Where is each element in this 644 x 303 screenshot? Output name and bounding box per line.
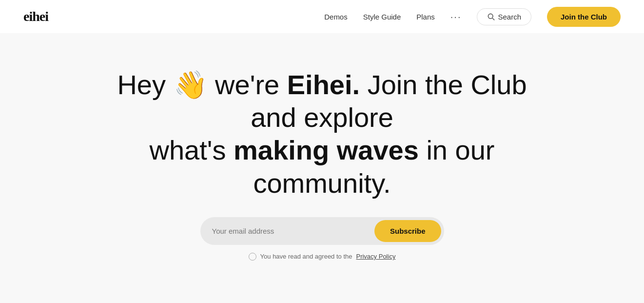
- nav-item-more[interactable]: ···: [450, 11, 462, 22]
- svg-point-0: [488, 14, 493, 19]
- nav-item-demos[interactable]: Demos: [324, 13, 348, 21]
- email-input[interactable]: [212, 227, 374, 235]
- privacy-text: You have read and agreed to the: [260, 253, 352, 260]
- main-nav: Demos Style Guide Plans ··· Search Join …: [324, 7, 621, 27]
- svg-line-1: [493, 18, 495, 20]
- privacy-policy-link[interactable]: Privacy Policy: [356, 253, 395, 260]
- search-button[interactable]: Search: [477, 8, 531, 25]
- logo[interactable]: eihei: [23, 9, 48, 24]
- making-waves-text: making waves: [234, 135, 419, 165]
- header: eihei Demos Style Guide Plans ··· Search…: [0, 0, 644, 33]
- subscribe-form: Subscribe: [200, 217, 444, 245]
- join-club-button[interactable]: Join the Club: [547, 7, 621, 27]
- main-content: Hey 👋 we're Eihei. Join the Club and exp…: [0, 33, 644, 303]
- hero-section: Hey 👋 we're Eihei. Join the Club and exp…: [0, 33, 644, 284]
- hero-text-1: Hey: [117, 69, 173, 100]
- search-label: Search: [498, 13, 521, 21]
- subscribe-button[interactable]: Subscribe: [374, 220, 441, 242]
- brand-name: Eihei.: [287, 69, 360, 100]
- nav-item-style-guide[interactable]: Style Guide: [363, 13, 401, 21]
- search-icon: [487, 13, 495, 20]
- privacy-checkbox[interactable]: [249, 253, 256, 261]
- nav-item-plans[interactable]: Plans: [416, 13, 435, 21]
- privacy-line: You have read and agreed to the Privacy …: [20, 253, 624, 261]
- hero-heading: Hey 👋 we're Eihei. Join the Club and exp…: [103, 68, 542, 200]
- wave-emoji: 👋: [174, 69, 208, 100]
